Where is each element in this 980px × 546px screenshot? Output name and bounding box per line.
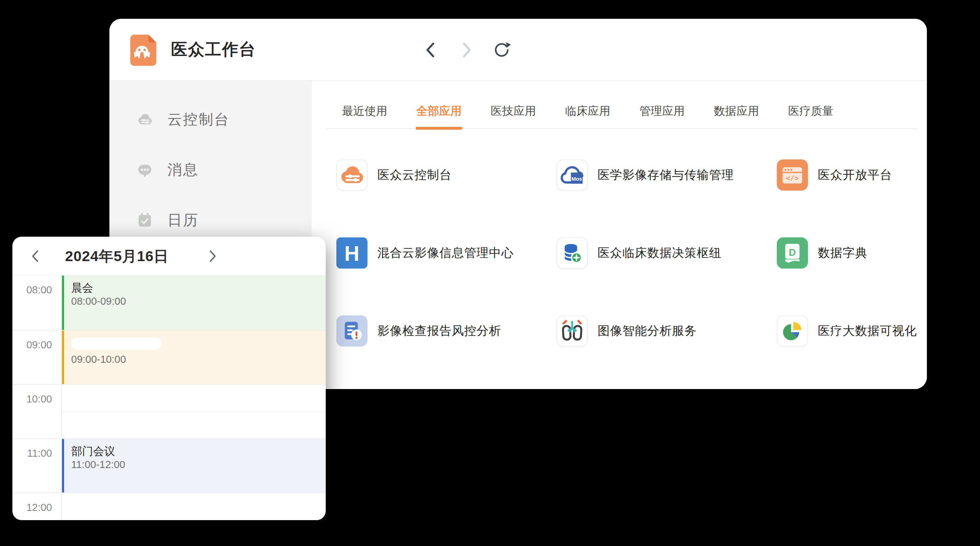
- redacted-title-pill: [71, 338, 162, 350]
- chevron-right-icon: [459, 41, 473, 59]
- app-label: 影像检查报告风控分析: [377, 323, 501, 339]
- message-icon: [135, 161, 154, 179]
- app-data-dictionary[interactable]: D 数据字典: [777, 237, 917, 315]
- app-report-risk-analysis[interactable]: 影像检查报告风控分析: [336, 315, 557, 389]
- tab-admin-apps[interactable]: 管理应用: [640, 104, 685, 128]
- event-time: 09:00-10:00: [71, 353, 326, 365]
- sidebar-item-messages[interactable]: 消息: [110, 154, 311, 186]
- tab-medtech-apps[interactable]: 医技应用: [491, 104, 536, 128]
- app-label: 医众云控制台: [377, 167, 452, 183]
- tab-all-apps[interactable]: 全部应用: [416, 104, 462, 128]
- cloud-sliders-icon: [336, 160, 368, 191]
- forward-button[interactable]: [457, 40, 476, 60]
- time-label: 12:00: [13, 493, 61, 520]
- calendar-next-day-button[interactable]: [200, 237, 225, 276]
- time-slot[interactable]: [61, 385, 326, 438]
- sidebar-item-label: 日历: [167, 211, 199, 230]
- hour-row-1200: 12:00: [13, 492, 326, 520]
- time-label: 10:00: [13, 385, 61, 438]
- window-header: 医众工作台: [110, 19, 927, 81]
- tab-medical-quality[interactable]: 医疗质量: [788, 104, 834, 128]
- calendar-icon: [135, 211, 154, 229]
- dictionary-book-icon: D: [777, 237, 808, 268]
- calendar-panel: 2024年5月16日 08:00 晨会 08:00-09:00 09:00: [13, 237, 326, 520]
- hour-row-1100: 11:00 部门会议 11:00-12:00: [13, 438, 326, 492]
- svg-text:H: H: [345, 242, 360, 265]
- app-label: 医学影像存储与传输管理: [598, 167, 734, 183]
- event-title: 晨会: [71, 282, 326, 294]
- app-image-ai-analysis[interactable]: 图像智能分析服务: [557, 315, 777, 389]
- time-slot[interactable]: 晨会 08:00-09:00: [61, 276, 326, 330]
- hour-row-1000: 10:00: [13, 384, 326, 438]
- event-department-meeting[interactable]: 部门会议 11:00-12:00: [62, 439, 326, 492]
- cloud-console-icon: [135, 110, 154, 129]
- hour-row-0900: 09:00 09:00-10:00: [13, 330, 326, 384]
- app-label: 图像智能分析服务: [598, 323, 697, 339]
- back-button[interactable]: [421, 40, 441, 60]
- app-clinical-data-hub[interactable]: 医众临床数据决策枢纽: [557, 237, 777, 315]
- app-grid: 医众云控制台 Mos 医学影像存储: [326, 160, 917, 389]
- app-label: 医众开放平台: [818, 167, 892, 183]
- app-label: 数据字典: [818, 245, 867, 261]
- app-label: 混合云影像信息管理中心: [377, 245, 514, 261]
- app-launcher-content: 最近使用 全部应用 医技应用 临床应用 管理应用 数据应用 医疗质量: [312, 81, 927, 389]
- app-label: 医疗大数据可视化: [818, 323, 917, 339]
- tab-clinical-apps[interactable]: 临床应用: [565, 104, 610, 128]
- lungs-icon: [557, 315, 588, 346]
- time-slot[interactable]: [61, 493, 326, 520]
- refresh-icon: [493, 41, 511, 59]
- time-slot[interactable]: 部门会议 11:00-12:00: [61, 439, 326, 492]
- app-logo-icon: [126, 33, 158, 66]
- calendar-date-label: 2024年5月16日: [59, 237, 175, 276]
- calendar-day-view: 08:00 晨会 08:00-09:00 09:00 09:00-10:00: [13, 276, 326, 520]
- sidebar-item-label: 云控制台: [167, 110, 230, 129]
- svg-text:D: D: [789, 247, 796, 258]
- desktop-background: 医众工作台: [0, 0, 980, 546]
- app-open-platform[interactable]: </> 医众开放平台: [777, 160, 917, 237]
- hour-row-0800: 08:00 晨会 08:00-09:00: [13, 276, 326, 330]
- pie-chart-icon: [777, 315, 808, 346]
- app-label: 医众临床数据决策枢纽: [598, 245, 722, 261]
- chevron-left-icon: [30, 249, 41, 263]
- tab-recently-used[interactable]: 最近使用: [342, 104, 387, 128]
- tab-data-apps[interactable]: 数据应用: [714, 104, 759, 128]
- svg-text:</>: </>: [786, 175, 799, 183]
- event-morning-meeting[interactable]: 晨会 08:00-09:00: [62, 276, 326, 330]
- time-label: 09:00: [13, 330, 61, 384]
- mos-cloud-icon: Mos: [557, 160, 588, 191]
- event-title: 部门会议: [71, 445, 326, 458]
- sidebar-item-label: 消息: [167, 160, 199, 180]
- event-redacted[interactable]: 09:00-10:00: [62, 330, 326, 384]
- chevron-right-icon: [207, 249, 218, 263]
- calendar-header: 2024年5月16日: [13, 237, 326, 276]
- app-image-storage-transfer[interactable]: Mos 医学影像存储与传输管理: [557, 160, 777, 237]
- time-label: 08:00: [13, 276, 61, 330]
- tabs-bar: 最近使用 全部应用 医技应用 临床应用 管理应用 数据应用 医疗质量: [326, 81, 917, 129]
- svg-text:Mos: Mos: [571, 176, 582, 182]
- event-time: 08:00-09:00: [71, 295, 326, 307]
- report-alert-icon: [336, 315, 368, 346]
- h-tile-icon: H: [336, 237, 368, 268]
- chevron-left-icon: [424, 41, 438, 59]
- calendar-prev-day-button[interactable]: [23, 237, 48, 276]
- time-slot[interactable]: 09:00-10:00: [61, 330, 326, 384]
- window-title: 医众工作台: [171, 38, 256, 61]
- app-hybrid-cloud-imaging[interactable]: H 混合云影像信息管理中心: [336, 237, 557, 315]
- app-cloud-console[interactable]: 医众云控制台: [336, 160, 557, 237]
- database-plus-icon: [557, 237, 588, 268]
- sidebar-item-cloud-console[interactable]: 云控制台: [110, 104, 311, 135]
- event-time: 11:00-12:00: [71, 458, 326, 471]
- app-big-data-visualization[interactable]: 医疗大数据可视化: [777, 315, 917, 389]
- nav-controls: [421, 19, 512, 81]
- sidebar-item-calendar[interactable]: 日历: [110, 204, 311, 236]
- code-window-icon: </>: [777, 160, 808, 191]
- refresh-button[interactable]: [492, 40, 512, 60]
- time-label: 11:00: [13, 439, 61, 492]
